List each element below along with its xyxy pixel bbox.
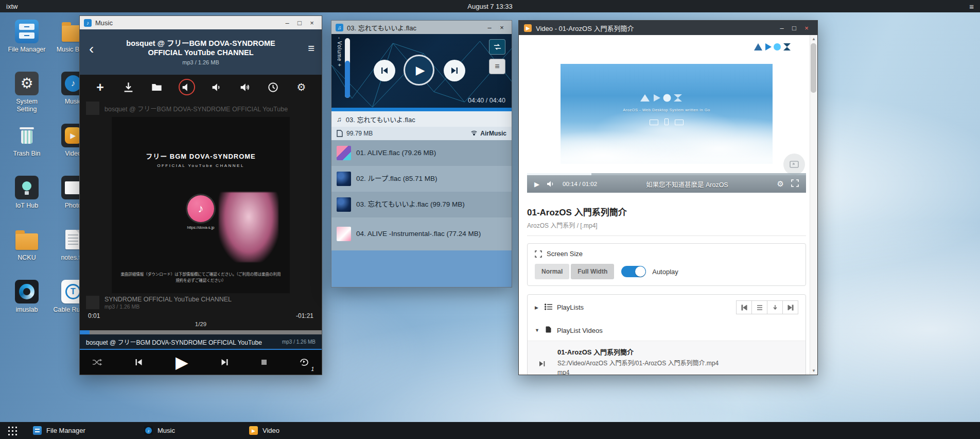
open-folder-button[interactable] <box>150 80 164 94</box>
playlist-row-dim[interactable]: bosquet @ フリーBGM DOVA-SYNDROME OFFICIAL … <box>80 99 322 117</box>
skip-to-end-button[interactable] <box>782 300 798 314</box>
download-button[interactable] <box>122 80 135 94</box>
previous-button[interactable] <box>134 358 144 366</box>
top-menubar: ixtw August 7 13:33 ≡ <box>0 0 980 12</box>
settings-button[interactable]: ⚙ <box>295 80 308 94</box>
maximize-button[interactable]: □ <box>789 25 800 31</box>
close-button[interactable]: × <box>496 24 507 31</box>
taskbar-item-video[interactable]: ▶ Video <box>249 422 279 439</box>
back-button[interactable]: ‹ <box>89 42 94 56</box>
repeat-count-badge: 1 <box>311 366 314 372</box>
music-note-icon: ♫ <box>336 24 343 31</box>
history-clock-button[interactable] <box>267 80 280 94</box>
volume-slider[interactable]: - Volume + <box>337 37 350 98</box>
track-thumbnail <box>86 296 99 309</box>
repeat-button[interactable]: 1 <box>299 358 309 366</box>
playlist-row[interactable]: 02. ループ.flac (85.71 MB) <box>331 166 512 192</box>
broadcast-icon <box>470 130 478 137</box>
pip-button[interactable] <box>783 154 805 175</box>
stop-button[interactable] <box>261 359 267 365</box>
music-window-titlebar[interactable]: ♪ Music – □ × <box>80 16 322 29</box>
playlist-videos-header-row[interactable]: ▼ PlayList Videos <box>528 320 806 341</box>
download-button[interactable] <box>767 300 783 314</box>
repeat-mode-button[interactable] <box>489 39 505 55</box>
playlist-row[interactable]: 04. ALIVE -Instrumental-.flac (77.24 MB) <box>331 217 512 250</box>
full-width-button[interactable]: Full Width <box>571 264 614 279</box>
playlist-row[interactable]: 03. 忘れてもいいよ.flac (99.79 MB) <box>331 192 512 217</box>
play-button[interactable]: ▶ <box>404 55 434 86</box>
scrollbar-thumb[interactable] <box>811 43 816 93</box>
seek-bar[interactable] <box>331 108 512 111</box>
album-art[interactable]: フリー BGM DOVA-SYNDROME OFFICIAL YouTube C… <box>112 117 290 293</box>
minimize-button[interactable]: – <box>776 25 787 31</box>
shuffle-button[interactable] <box>92 359 102 366</box>
playlist-row-dim[interactable]: SYNDROME OFFICIAL YouTube CHANNEL mp3 / … <box>80 293 322 311</box>
music-window: ♪ Music – □ × ‹ bosquet @ フリーBGM DOVA-SY… <box>79 15 322 375</box>
add-button[interactable]: + <box>94 80 107 94</box>
volume-icon[interactable] <box>547 180 555 188</box>
video-seek-bar[interactable] <box>527 173 806 175</box>
scroll-up-icon[interactable]: ▲ <box>812 37 816 41</box>
desktop-icon-file-manager[interactable]: File Manager <box>4 20 49 72</box>
video-player[interactable]: ArozOS - Web Desktop System written in G… <box>527 64 806 194</box>
track-thumbnail <box>337 172 351 186</box>
video-title: 01-ArozOS 入門系列簡介 <box>527 205 806 218</box>
scrollbar[interactable]: ▲ ▼ <box>810 35 817 375</box>
seek-bar[interactable] <box>80 330 322 334</box>
menu-button[interactable]: ≡ <box>308 43 314 54</box>
desktop-icon-ncku[interactable]: NCKU <box>4 228 49 280</box>
taskbar-item-music[interactable]: ♪ Music <box>144 422 175 439</box>
music-playlist-area: bosquet @ フリーBGM DOVA-SYNDROME OFFICIAL … <box>80 99 322 311</box>
playlist-list-button[interactable] <box>751 300 767 314</box>
playlist-row[interactable]: 01. ALIVE.flac (79.26 MB) <box>331 140 512 166</box>
play-button[interactable]: ▶ <box>176 354 188 370</box>
folder-icon <box>15 228 39 251</box>
volume-low-button[interactable] <box>210 80 223 94</box>
volume-high-button[interactable] <box>238 80 252 94</box>
normal-size-button[interactable]: Normal <box>535 264 569 279</box>
video-time: 00:14 / 01:02 <box>563 181 597 187</box>
fullscreen-icon[interactable] <box>791 179 799 189</box>
airmusic-window-titlebar[interactable]: ♫ 03. 忘れてもいいよ.flac – × <box>331 21 512 34</box>
playlist-menu-button[interactable]: ≡ <box>489 59 505 74</box>
desktop-icon-system-setting[interactable]: ⚙ System Setting <box>4 72 49 124</box>
next-button[interactable] <box>220 358 230 366</box>
volume-track[interactable] <box>345 38 350 98</box>
video-settings-icon[interactable]: ⚙ <box>777 179 784 189</box>
desktop-icon-iot-hub[interactable]: IoT Hub <box>4 176 49 228</box>
close-button[interactable]: × <box>801 25 812 31</box>
track-size: 99.79 MB <box>346 130 373 137</box>
playlists-header-row[interactable]: ▶ PlayLists <box>528 295 806 320</box>
minimize-button[interactable]: – <box>484 24 495 31</box>
screen-size-card: Screen Size Normal Full Width Autoplay <box>527 243 806 286</box>
music-toolbar: + ⚙ <box>80 75 322 99</box>
maximize-button[interactable]: □ <box>294 20 305 26</box>
minimize-button[interactable]: – <box>282 20 293 26</box>
album-art-line2: OFFICIAL YouTube CHANNEL <box>112 163 290 168</box>
autoplay-toggle[interactable] <box>621 266 646 277</box>
previous-button[interactable] <box>374 60 395 81</box>
skip-to-start-button[interactable] <box>736 300 752 314</box>
album-art-line1: フリー BGM DOVA-SYNDROME <box>112 151 290 161</box>
desktop-icon-imuslab[interactable]: imuslab <box>4 280 49 332</box>
app-grid-icon[interactable] <box>7 426 18 436</box>
scroll-down-icon[interactable]: ▼ <box>812 368 816 373</box>
close-button[interactable]: × <box>306 20 318 26</box>
start-menu-button[interactable]: ixtw <box>0 3 24 10</box>
caret-right-icon[interactable]: ▶ <box>535 305 540 310</box>
seek-bar-fill <box>80 330 90 334</box>
video-frame[interactable]: ArozOS - Web Desktop System written in G… <box>561 64 773 164</box>
taskbar-item-file-manager[interactable]: File Manager <box>33 422 85 439</box>
taskbar: File Manager ♪ Music ▶ Video <box>0 422 980 439</box>
play-button[interactable]: ▶ <box>534 180 539 188</box>
mute-button[interactable] <box>179 79 195 95</box>
desktop-icon-trash-bin[interactable]: Trash Bin <box>4 124 49 176</box>
current-track-row[interactable]: bosquet @ フリーBGM DOVA-SYNDROME OFFICIAL … <box>80 334 322 350</box>
playlist-video-item[interactable]: 01-ArozOS 入門系列簡介 S2:/Video/ArozOS 入門系列/0… <box>528 341 806 375</box>
desktop-icon-label: IoT Hub <box>15 202 38 210</box>
caret-down-icon[interactable]: ▼ <box>535 328 540 333</box>
video-window-titlebar[interactable]: ▶ Video - 01-ArozOS 入門系列簡介 – □ × <box>519 21 817 35</box>
next-button[interactable] <box>444 60 465 81</box>
hamburger-menu-icon[interactable]: ≡ <box>963 2 980 11</box>
screen-size-controls: Normal Full Width Autoplay <box>535 264 798 279</box>
